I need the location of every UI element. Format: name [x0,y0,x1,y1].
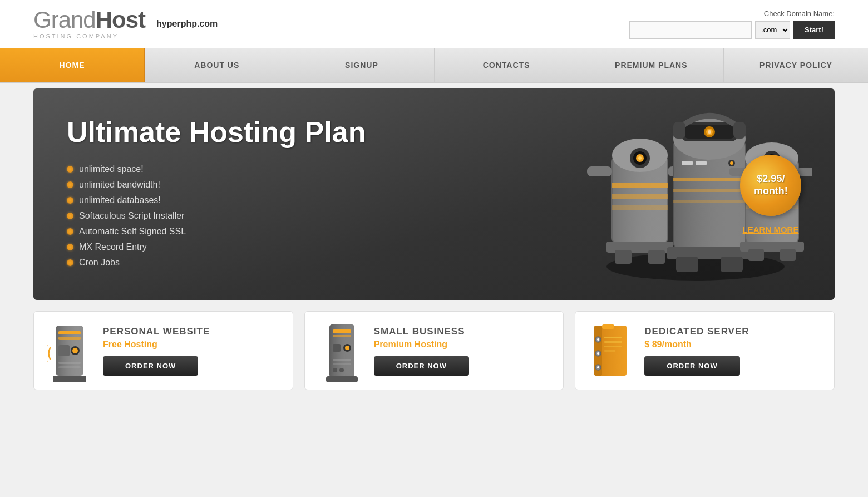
bullet-icon [67,228,73,235]
card-order-dedicated[interactable]: ORDER NOW [644,356,739,376]
feature-3: unlimited databases! [67,195,707,205]
logo-domain: hyperphp.com [156,19,218,29]
logo-sub: HOSTING COMPANY [33,33,145,40]
header: GrandHost HOSTING COMPANY hyperphp.com C… [0,0,868,48]
bullet-icon [67,181,73,188]
feature-2: unlimited bandwidth! [67,180,707,190]
card-info-dedicated: DEDICATED SERVER $ 89/month ORDER NOW [644,326,821,376]
svg-rect-64 [333,335,351,337]
hero-title: Ultimate Hosting Plan [67,115,707,149]
svg-rect-58 [58,362,81,364]
card-info-personal: PERSONAL WEBSITE Free Hosting ORDER NOW [103,326,279,376]
card-title-personal: PERSONAL WEBSITE [103,326,279,337]
main-nav: HOME ABOUT US SIGNUP CONTACTS PREMIUM PL… [0,48,868,83]
card-small-business: SMALL BUSINESS Premium Hosting ORDER NOW [304,311,564,390]
card-subtitle-small-business: Premium Hosting [374,339,550,350]
svg-point-79 [597,352,599,355]
bullet-icon [67,197,73,204]
nav-item-premium[interactable]: PREMIUM PLANS [579,48,724,82]
card-icon-folder [589,323,633,378]
price-badge: $2.95/month! [733,147,808,223]
domain-start-button[interactable]: Start! [793,21,835,39]
card-order-personal[interactable]: ORDER NOW [103,356,198,376]
card-subtitle-personal: Free Hosting [103,339,279,350]
svg-rect-68 [333,359,351,361]
nav-item-signup[interactable]: SIGNUP [289,48,434,82]
card-icon-server [47,323,92,378]
svg-point-71 [339,368,344,372]
svg-rect-86 [602,324,614,329]
card-title-dedicated: DEDICATED SERVER [644,326,821,337]
card-personal: PERSONAL WEBSITE Free Hosting ORDER NOW [33,311,293,390]
hero-content: Ultimate Hosting Plan unlimited space! u… [67,115,707,273]
cards-row: PERSONAL WEBSITE Free Hosting ORDER NOW [33,311,835,401]
svg-rect-59 [58,366,81,368]
svg-rect-29 [721,257,743,272]
svg-rect-53 [58,331,81,334]
svg-rect-83 [604,341,622,343]
svg-rect-65 [333,344,341,352]
svg-rect-31 [733,122,746,139]
hero-banner: Ultimate Hosting Plan unlimited space! u… [33,88,835,300]
svg-rect-82 [604,337,622,338]
card-icon-server2 [318,323,363,378]
svg-rect-69 [333,363,351,365]
logo-area: GrandHost HOSTING COMPANY hyperphp.com [33,8,218,40]
logo-grandhost: GrandHost [33,8,145,32]
svg-rect-48 [780,249,796,261]
feature-6: MX Record Entry [67,242,707,252]
svg-rect-47 [748,249,764,261]
price-badge-text: $2.95/month! [754,173,788,197]
svg-point-57 [72,348,78,353]
card-order-small-business[interactable]: ORDER NOW [374,356,469,376]
svg-point-70 [333,368,337,372]
domain-check-row: .com .net .org .info .biz Start! [629,21,835,39]
card-subtitle-dedicated: $ 89/month [644,339,821,350]
logo-text: GrandHost HOSTING COMPANY [33,8,145,40]
svg-point-35 [730,161,733,165]
svg-rect-63 [333,329,351,333]
svg-rect-54 [58,337,81,340]
svg-rect-60 [53,376,86,382]
svg-point-23 [708,130,711,134]
domain-select[interactable]: .com .net .org .info .biz [755,21,790,39]
hero-features: unlimited space! unlimited bandwidth! un… [67,164,707,268]
nav-item-home[interactable]: HOME [0,48,145,82]
svg-rect-84 [604,346,622,347]
nav-item-contacts[interactable]: CONTACTS [435,48,579,82]
feature-4: Softaculous Script Installer [67,211,707,221]
domain-check-label: Check Domain Name: [764,9,835,18]
svg-rect-55 [58,345,70,356]
bullet-icon [67,259,73,266]
svg-point-81 [597,366,599,368]
feature-5: Automatic Self Signed SSL [67,227,707,237]
learn-more-link[interactable]: LEARN MORE [743,225,799,234]
svg-point-67 [345,346,349,350]
hero-price-area: $2.95/month! LEARN MORE [740,155,801,234]
feature-1: unlimited space! [67,164,707,174]
nav-item-privacy[interactable]: PRIVACY POLICY [724,48,868,82]
card-info-small-business: SMALL BUSINESS Premium Hosting ORDER NOW [374,326,550,376]
domain-check-area: Check Domain Name: .com .net .org .info … [629,9,835,39]
svg-point-77 [597,338,599,341]
card-dedicated: DEDICATED SERVER $ 89/month ORDER NOW [575,311,835,390]
bullet-icon [67,213,73,219]
feature-7: Cron Jobs [67,258,707,268]
svg-rect-85 [604,350,615,352]
svg-rect-72 [326,376,358,382]
card-title-small-business: SMALL BUSINESS [374,326,550,337]
bullet-icon [67,244,73,250]
nav-item-about[interactable]: ABOUT US [145,48,289,82]
domain-input[interactable] [629,21,752,39]
bullet-icon [67,166,73,173]
